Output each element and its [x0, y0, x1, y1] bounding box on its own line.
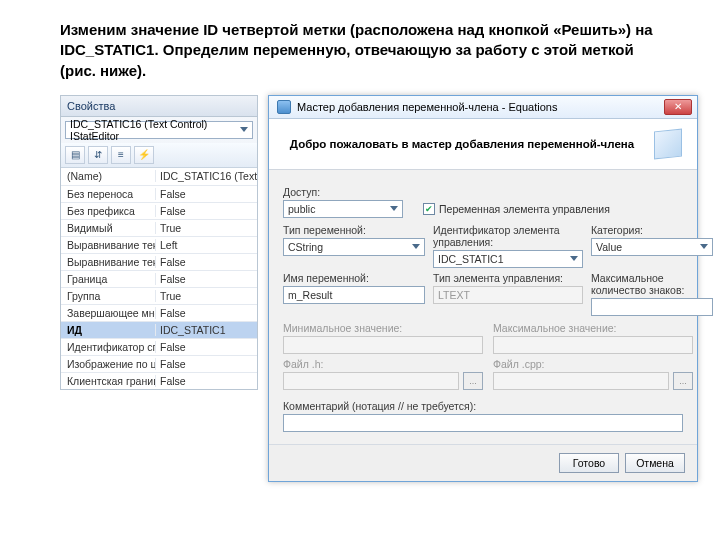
property-name: Группа: [61, 290, 156, 302]
wizard-title-text: Мастер добавления переменной-члена - Equ…: [297, 101, 557, 113]
min-label: Минимальное значение:: [283, 322, 483, 334]
maxchars-label: Максимальное количество знаков:: [591, 272, 713, 296]
property-name: Идентификатор спр: [61, 341, 156, 353]
property-value[interactable]: False: [156, 358, 257, 370]
property-row[interactable]: Без переносаFalse: [61, 185, 257, 202]
property-row[interactable]: Без префиксаFalse: [61, 202, 257, 219]
property-row[interactable]: Завершающее мноFalse: [61, 304, 257, 321]
property-row[interactable]: ВидимыйTrue: [61, 219, 257, 236]
vartype-label: Тип переменной:: [283, 224, 425, 236]
maxchars-input[interactable]: [591, 298, 713, 316]
property-row[interactable]: Идентификатор спрFalse: [61, 338, 257, 355]
properties-selector-value: IDC_STATIC16 (Text Control) IStatEditor: [70, 118, 240, 142]
property-row[interactable]: ГруппаTrue: [61, 287, 257, 304]
cube-icon: [651, 127, 685, 161]
property-name: Граница: [61, 273, 156, 285]
property-name: Без префикса: [61, 205, 156, 217]
wizard-icon: [277, 100, 291, 114]
vartype-value: CString: [288, 241, 323, 253]
control-var-label: Переменная элемента управления: [439, 203, 610, 215]
property-name: (Name): [61, 170, 156, 182]
varname-label: Имя переменной:: [283, 272, 425, 284]
property-name: Клиентская границ: [61, 375, 156, 387]
properties-grid: (Name)IDC_STATIC16 (Text CБез переносаFa…: [61, 168, 257, 389]
property-row[interactable]: ГраницаFalse: [61, 270, 257, 287]
toolbar-list-button[interactable]: ≡: [111, 146, 131, 164]
property-row[interactable]: Клиентская границFalse: [61, 372, 257, 389]
wizard-header-text: Добро пожаловать в мастер добавления пер…: [290, 138, 634, 150]
max-label: Максимальное значение:: [493, 322, 693, 334]
chevron-down-icon: [570, 256, 578, 261]
property-row[interactable]: Изображение по цеFalse: [61, 355, 257, 372]
category-value: Value: [596, 241, 622, 253]
chevron-down-icon: [240, 127, 248, 132]
property-name: Завершающее мно: [61, 307, 156, 319]
chevron-down-icon: [412, 244, 420, 249]
property-value[interactable]: False: [156, 256, 257, 268]
property-name: Изображение по це: [61, 358, 156, 370]
property-value[interactable]: False: [156, 188, 257, 200]
fileh-browse-button: ...: [463, 372, 483, 390]
property-name: Без переноса: [61, 188, 156, 200]
filecpp-label: Файл .cpp:: [493, 358, 693, 370]
filecpp-input: [493, 372, 669, 390]
property-value[interactable]: False: [156, 341, 257, 353]
property-row[interactable]: Выравнивание тексLeft: [61, 236, 257, 253]
toolbar-light-button[interactable]: ⚡: [134, 146, 154, 164]
cancel-button[interactable]: Отмена: [625, 453, 685, 473]
properties-toolbar: ▤ ⇵ ≡ ⚡: [61, 143, 257, 168]
vartype-combo[interactable]: CString: [283, 238, 425, 256]
property-name: Выравнивание текс: [61, 256, 156, 268]
property-row[interactable]: Выравнивание тексFalse: [61, 253, 257, 270]
varname-value: m_Result: [288, 289, 332, 301]
ctrlid-label: Идентификатор элемента управления:: [433, 224, 583, 248]
property-value[interactable]: True: [156, 222, 257, 234]
properties-selector-combo[interactable]: IDC_STATIC16 (Text Control) IStatEditor: [65, 121, 253, 139]
property-row[interactable]: (Name)IDC_STATIC16 (Text C: [61, 168, 257, 185]
comment-input[interactable]: [283, 414, 683, 432]
property-value[interactable]: False: [156, 307, 257, 319]
filecpp-browse-button: ...: [673, 372, 693, 390]
finish-button[interactable]: Готово: [559, 453, 619, 473]
varname-input[interactable]: m_Result: [283, 286, 425, 304]
property-name: Видимый: [61, 222, 156, 234]
toolbar-sort-button[interactable]: ⇵: [88, 146, 108, 164]
property-name: Выравнивание текс: [61, 239, 156, 251]
ctrltype-label: Тип элемента управления:: [433, 272, 583, 284]
access-combo[interactable]: public: [283, 200, 403, 218]
access-value: public: [288, 203, 315, 215]
fileh-label: Файл .h:: [283, 358, 483, 370]
wizard-titlebar[interactable]: Мастер добавления переменной-члена - Equ…: [269, 96, 697, 119]
close-button[interactable]: ✕: [664, 99, 692, 115]
access-label: Доступ:: [283, 186, 683, 198]
property-value[interactable]: Left: [156, 239, 257, 251]
comment-label: Комментарий (нотация // не требуется):: [283, 400, 683, 412]
category-combo[interactable]: Value: [591, 238, 713, 256]
max-input: [493, 336, 693, 354]
toolbar-cat-button[interactable]: ▤: [65, 146, 85, 164]
property-row[interactable]: ИДIDC_STATIC1: [61, 321, 257, 338]
intro-text: Изменим значение ID четвертой метки (рас…: [60, 20, 660, 81]
properties-title: Свойства: [61, 96, 257, 117]
control-var-checkbox[interactable]: [423, 203, 435, 215]
ctrltype-value: LTEXT: [438, 289, 470, 301]
property-value[interactable]: True: [156, 290, 257, 302]
wizard-dialog: Мастер добавления переменной-члена - Equ…: [268, 95, 698, 482]
ctrlid-combo[interactable]: IDC_STATIC1: [433, 250, 583, 268]
chevron-down-icon: [390, 206, 398, 211]
property-name: ИД: [61, 324, 156, 336]
wizard-header: Добро пожаловать в мастер добавления пер…: [269, 119, 697, 170]
chevron-down-icon: [700, 244, 708, 249]
property-value[interactable]: IDC_STATIC1: [156, 324, 257, 336]
fileh-input: [283, 372, 459, 390]
ctrlid-value: IDC_STATIC1: [438, 253, 504, 265]
wizard-footer: Готово Отмена: [269, 444, 697, 481]
property-value[interactable]: IDC_STATIC16 (Text C: [156, 170, 257, 182]
property-value[interactable]: False: [156, 375, 257, 387]
ctrltype-input: LTEXT: [433, 286, 583, 304]
properties-panel: Свойства IDC_STATIC16 (Text Control) ISt…: [60, 95, 258, 390]
property-value[interactable]: False: [156, 205, 257, 217]
property-value[interactable]: False: [156, 273, 257, 285]
category-label: Категория:: [591, 224, 713, 236]
min-input: [283, 336, 483, 354]
